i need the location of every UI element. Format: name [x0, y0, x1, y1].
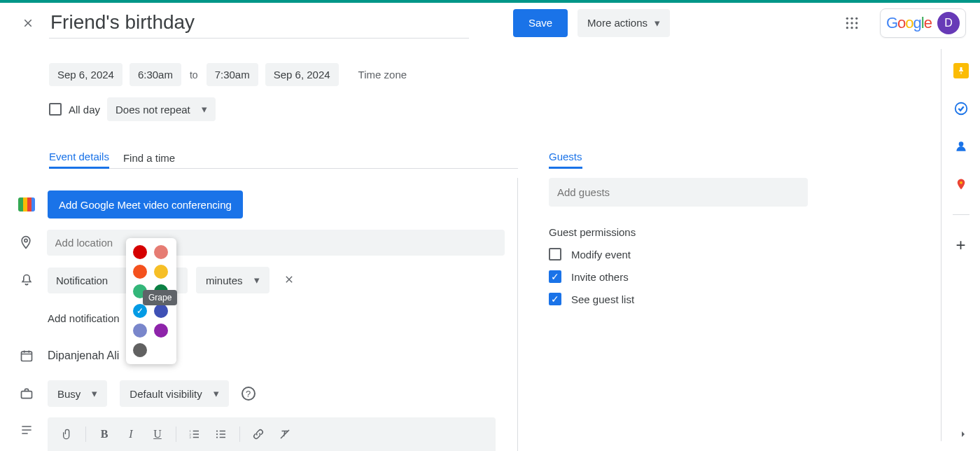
svg-point-21: [960, 181, 962, 184]
add-meet-button[interactable]: Add Google Meet video conferencing: [48, 190, 243, 218]
start-time-button[interactable]: 6:30am: [130, 63, 181, 86]
contacts-icon: [954, 139, 968, 153]
chevron-down-icon: ▾: [254, 274, 260, 286]
end-time-button[interactable]: 7:30am: [206, 63, 258, 86]
color-option-tangerine[interactable]: [133, 265, 147, 279]
description-icon: [20, 423, 34, 437]
svg-point-15: [216, 430, 218, 431]
tab-find-a-time[interactable]: Find a time: [123, 148, 175, 168]
chevron-down-icon: ▾: [92, 387, 97, 400]
modify-event-checkbox[interactable]: [549, 248, 561, 261]
tasks-icon: [953, 101, 969, 116]
paperclip-icon: [62, 428, 73, 440]
account-avatar[interactable]: D: [937, 12, 960, 34]
color-option-tomato[interactable]: [133, 245, 147, 259]
svg-point-4: [850, 22, 853, 24]
keep-icon: [957, 66, 965, 76]
color-option-graphite[interactable]: [133, 343, 147, 357]
color-option-peacock[interactable]: [133, 304, 147, 318]
tab-guests[interactable]: Guests: [549, 146, 582, 169]
event-editor-topbar: Save More actions ▾ Google D: [14, 7, 966, 39]
svg-point-9: [24, 239, 27, 242]
svg-point-8: [855, 27, 858, 29]
numbered-list-button[interactable]: 123: [182, 423, 207, 445]
visibility-select[interactable]: Default visibility ▾: [120, 380, 228, 407]
insert-link-button[interactable]: [246, 423, 271, 445]
timezone-button[interactable]: Time zone: [358, 69, 407, 81]
link-icon: [252, 428, 265, 440]
invite-others-checkbox[interactable]: [549, 270, 561, 283]
close-icon: [22, 17, 34, 29]
color-option-lavender[interactable]: [133, 324, 147, 338]
location-input[interactable]: [47, 230, 505, 256]
notification-unit-label: minutes: [206, 275, 243, 286]
underline-button[interactable]: U: [145, 423, 170, 445]
side-panel-tasks-button[interactable]: [953, 101, 969, 116]
calendar-owner-label: Dipanjenah Ali: [48, 349, 119, 362]
google-account-chip[interactable]: Google D: [880, 8, 966, 38]
svg-point-5: [855, 22, 858, 24]
guests-panel: Guest permissions Modify event Invite ot…: [549, 178, 808, 451]
chevron-down-icon: ▾: [202, 103, 207, 116]
event-details-panel: Add Google Meet video conferencing Notif…: [49, 178, 518, 451]
google-logo: Google: [886, 14, 932, 32]
all-day-label: All day: [69, 104, 100, 116]
notification-unit-select[interactable]: minutes ▾: [196, 267, 270, 293]
bold-button[interactable]: B: [92, 423, 117, 445]
end-date-button[interactable]: Sep 6, 2024: [265, 63, 339, 86]
clear-formatting-button[interactable]: [272, 423, 298, 445]
recurrence-select[interactable]: Does not repeat ▾: [107, 97, 216, 121]
list-ul-icon: [215, 428, 227, 440]
see-guest-list-checkbox[interactable]: [549, 293, 561, 305]
description-toolbar: B I U 123: [48, 417, 496, 451]
more-actions-label: More actions: [587, 17, 648, 29]
recurrence-label: Does not repeat: [115, 104, 190, 116]
google-apps-button[interactable]: [838, 9, 866, 37]
color-tooltip: Grape: [143, 290, 177, 305]
side-panel-contacts-button[interactable]: [953, 139, 969, 154]
tab-event-details[interactable]: Event details: [49, 146, 109, 169]
color-option-flamingo[interactable]: [154, 245, 168, 259]
svg-point-7: [850, 27, 853, 29]
close-icon: [284, 274, 295, 285]
availability-select[interactable]: Busy ▾: [48, 380, 107, 407]
attach-file-button[interactable]: [55, 423, 80, 445]
color-option-blueberry[interactable]: [154, 304, 168, 318]
svg-point-17: [216, 436, 218, 438]
all-day-checkbox[interactable]: [49, 103, 62, 116]
to-label: to: [188, 69, 200, 81]
invite-others-label: Invite others: [571, 271, 629, 283]
more-actions-button[interactable]: More actions ▾: [578, 9, 670, 37]
availability-label: Busy: [57, 388, 80, 400]
save-button[interactable]: Save: [513, 9, 568, 37]
color-option-banana[interactable]: [154, 265, 168, 279]
svg-rect-10: [22, 352, 32, 361]
modify-event-label: Modify event: [571, 249, 631, 261]
svg-text:3: 3: [190, 436, 192, 439]
bell-icon: [20, 273, 34, 287]
start-date-button[interactable]: Sep 6, 2024: [49, 63, 122, 86]
side-panel-collapse-button[interactable]: [958, 429, 969, 443]
google-meet-icon: [18, 197, 35, 211]
side-panel-addons-button[interactable]: +: [953, 237, 969, 253]
see-guest-list-label: See guest list: [571, 293, 634, 305]
add-notification-button[interactable]: Add notification: [48, 312, 120, 324]
svg-point-16: [216, 433, 218, 435]
close-editor-button[interactable]: [14, 9, 42, 37]
svg-point-6: [846, 27, 848, 29]
color-option-grape[interactable]: [154, 324, 168, 338]
location-pin-icon: [19, 235, 33, 249]
bulleted-list-button[interactable]: [209, 423, 234, 445]
remove-notification-button[interactable]: [278, 272, 300, 289]
add-guests-input[interactable]: [549, 178, 808, 207]
italic-button[interactable]: I: [118, 423, 144, 445]
svg-point-0: [846, 17, 848, 19]
event-title-input[interactable]: [49, 7, 469, 39]
side-panel-divider: [953, 214, 969, 215]
chevron-down-icon: ▾: [214, 387, 219, 400]
maps-icon: [955, 176, 967, 192]
side-panel-keep-button[interactable]: [953, 63, 969, 78]
side-panel-maps-button[interactable]: [953, 176, 969, 192]
visibility-help-button[interactable]: ?: [241, 387, 255, 401]
clear-format-icon: [279, 428, 291, 440]
